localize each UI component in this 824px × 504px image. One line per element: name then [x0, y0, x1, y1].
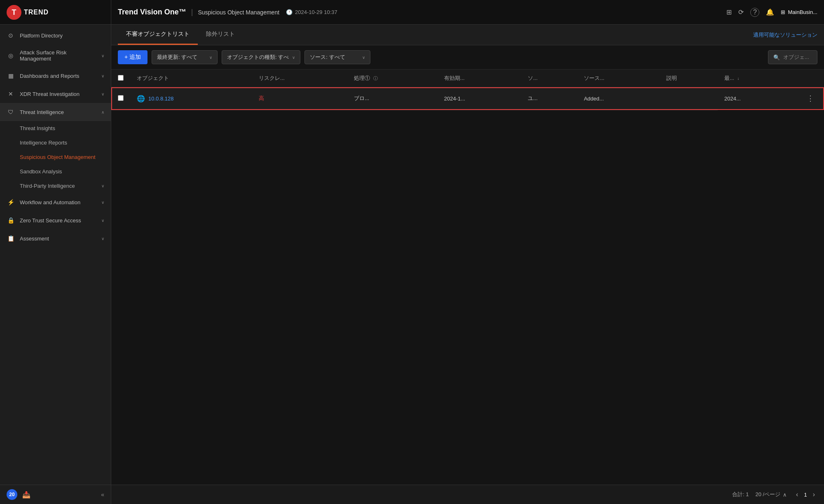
- tab-group: 不審オブジェクトリスト 除外リスト: [118, 25, 243, 45]
- app-title: Trend Vision One™: [118, 8, 186, 16]
- header-object: オブジェクト: [130, 70, 252, 87]
- tab-suspicious-list[interactable]: 不審オブジェクトリスト: [118, 25, 198, 45]
- sidebar-item-dashboards[interactable]: ▦ Dashboards and Reports ∨: [0, 67, 111, 85]
- notification-badge[interactable]: 20: [7, 489, 17, 500]
- svg-text:T: T: [12, 8, 16, 16]
- header-action: 処理① ⓘ: [347, 70, 438, 87]
- add-button[interactable]: + 追加: [118, 50, 147, 64]
- sidebar-item-third-party[interactable]: Third-Party Intelligence ∨: [0, 179, 111, 193]
- table-header: オブジェクト リスクレ... 処理① ⓘ 有効期... ソ...: [111, 70, 824, 87]
- attack-surface-icon: ◎: [7, 51, 15, 60]
- tabbar: 不審オブジェクトリスト 除外リスト 適用可能なソリューション: [111, 25, 824, 45]
- row-object: 🌐 10.0.8.128: [130, 87, 252, 110]
- workflow-chevron: ∨: [101, 200, 104, 205]
- sidebar-item-assessment[interactable]: 📋 Assessment ∨: [0, 229, 111, 247]
- solutions-link[interactable]: 適用可能なソリューション: [753, 31, 817, 39]
- sidebar-bottom-icon: 📥: [22, 491, 30, 499]
- row-action: ブロ...: [347, 87, 438, 110]
- trend-logo-icon: T: [7, 5, 21, 20]
- table-row: 🌐 10.0.8.128 高 ブロ... 2024-1... ユ... Adde…: [111, 87, 824, 110]
- attack-surface-chevron: ∨: [101, 54, 104, 58]
- header-expiry: 有効期...: [438, 70, 521, 87]
- sidebar-item-platform-directory[interactable]: ⊙ Platform Directory: [0, 26, 111, 44]
- assessment-chevron: ∨: [101, 236, 104, 241]
- row-menu-button[interactable]: ⋮: [803, 92, 817, 105]
- filter-last-updated[interactable]: 最終更新: すべて ∨: [152, 50, 218, 64]
- sidebar-item-attack-surface[interactable]: ◎ Attack Surface Risk Management ∨: [0, 44, 111, 67]
- sidebar-item-threat-insights[interactable]: Threat Insights: [0, 121, 111, 135]
- topbar: Trend Vision One™ | Suspicious Object Ma…: [111, 0, 824, 25]
- sidebar-item-xdr[interactable]: ✕ XDR Threat Investigation ∨: [0, 85, 111, 103]
- pagination: ‹ 1 ›: [794, 489, 817, 500]
- main-content: Trend Vision One™ | Suspicious Object Ma…: [111, 0, 824, 504]
- dashboards-label: Dashboards and Reports: [20, 73, 96, 79]
- topbar-page-name: Suspicious Object Management: [198, 9, 279, 16]
- filter3-chevron: ∨: [362, 55, 365, 60]
- topbar-divider: |: [191, 8, 193, 16]
- sidebar-item-suspicious-object[interactable]: Suspicious Object Management: [0, 150, 111, 164]
- zero-trust-icon: 🔒: [7, 216, 15, 224]
- row-source: Added...: [577, 87, 660, 110]
- threat-intel-label: Threat Intelligence: [20, 109, 96, 115]
- xdr-chevron: ∨: [101, 92, 104, 96]
- threat-intel-chevron: ∧: [101, 110, 104, 114]
- header-checkbox-cell: [111, 70, 130, 87]
- globe-icon: 🌐: [137, 95, 145, 103]
- toolbar: + 追加 最終更新: すべて ∨ オブジェクトの種類: すべ ∨ ソース: すべ…: [111, 45, 824, 70]
- assessment-icon: 📋: [7, 234, 15, 243]
- sidebar-item-threat-intel[interactable]: 🛡 Threat Intelligence ∧: [0, 103, 111, 121]
- suspicious-objects-table: オブジェクト リスクレ... 処理① ⓘ 有効期... ソ...: [111, 70, 824, 110]
- apps-grid-icon: ⊞: [781, 9, 785, 15]
- row-checkbox[interactable]: [118, 95, 124, 101]
- sidebar-collapse-btn[interactable]: «: [101, 491, 104, 498]
- filter-object-type[interactable]: オブジェクトの種類: すべ ∨: [222, 50, 300, 64]
- username: MainBusin...: [788, 9, 817, 15]
- object-link[interactable]: 🌐 10.0.8.128: [137, 95, 246, 103]
- zero-trust-chevron: ∨: [101, 218, 104, 223]
- search-icon: 🔍: [773, 54, 780, 61]
- sidebar-logo: T TREND: [0, 0, 111, 25]
- topbar-time: 🕐 2024-10-29 10:37: [286, 9, 337, 15]
- help-icon[interactable]: ?: [750, 8, 759, 17]
- threat-intel-icon: 🛡: [7, 108, 15, 116]
- header-description: 説明: [660, 70, 718, 87]
- refresh-icon[interactable]: ⟳: [738, 8, 744, 16]
- sort-icon: ↓: [737, 76, 740, 81]
- intelligence-reports-label: Intelligence Reports: [20, 140, 67, 146]
- xdr-label: XDR Threat Investigation: [20, 91, 96, 97]
- header-risk: リスクレ...: [252, 70, 347, 87]
- sidebar: T TREND ⊙ Platform Directory ◎ Attack Su…: [0, 0, 111, 504]
- row-risk: 高: [252, 87, 347, 110]
- next-page-button[interactable]: ›: [810, 489, 817, 500]
- search-box[interactable]: 🔍 オブジェ...: [768, 50, 817, 64]
- sandbox-analysis-label: Sandbox Analysis: [20, 168, 62, 175]
- row-expiry: 2024-1...: [438, 87, 521, 110]
- topbar-icons: ⊞ ⟳ ? 🔔 ⊞ MainBusin...: [726, 8, 817, 17]
- trend-logo-text: TREND: [24, 9, 49, 16]
- third-party-chevron: ∨: [101, 184, 104, 188]
- sidebar-item-sandbox-analysis[interactable]: Sandbox Analysis: [0, 164, 111, 179]
- select-all-checkbox[interactable]: [118, 75, 124, 81]
- suspicious-object-label: Suspicious Object Management: [20, 154, 96, 160]
- row-description: [660, 87, 718, 110]
- bell-icon[interactable]: 🔔: [766, 8, 774, 16]
- sidebar-item-intelligence-reports[interactable]: Intelligence Reports: [0, 135, 111, 150]
- dashboards-chevron: ∨: [101, 74, 104, 78]
- footer: 合計: 1 20 /ページ ∧ ‹ 1 ›: [111, 485, 824, 504]
- search-placeholder: オブジェ...: [783, 54, 809, 61]
- per-page-selector[interactable]: 20 /ページ ∧: [755, 491, 787, 498]
- datetime: 2024-10-29 10:37: [295, 9, 337, 15]
- row-last-updated: 2024... ⋮: [718, 87, 824, 110]
- sidebar-item-workflow[interactable]: ⚡ Workflow and Automation ∨: [0, 193, 111, 211]
- apps-icon[interactable]: ⊞: [726, 8, 732, 16]
- tab-exclusion-list[interactable]: 除外リスト: [198, 25, 243, 45]
- clock-icon: 🕐: [286, 9, 293, 15]
- table-body: 🌐 10.0.8.128 高 ブロ... 2024-1... ユ... Adde…: [111, 87, 824, 110]
- threat-insights-label: Threat Insights: [20, 125, 55, 131]
- sidebar-bottom: 20 📥 «: [0, 485, 111, 504]
- total-count: 合計: 1: [732, 491, 749, 498]
- filter-source[interactable]: ソース: すべて ∨: [304, 50, 370, 64]
- prev-page-button[interactable]: ‹: [794, 489, 801, 500]
- header-last-updated[interactable]: 最... ↓: [718, 70, 824, 87]
- sidebar-item-zero-trust[interactable]: 🔒 Zero Trust Secure Access ∨: [0, 211, 111, 229]
